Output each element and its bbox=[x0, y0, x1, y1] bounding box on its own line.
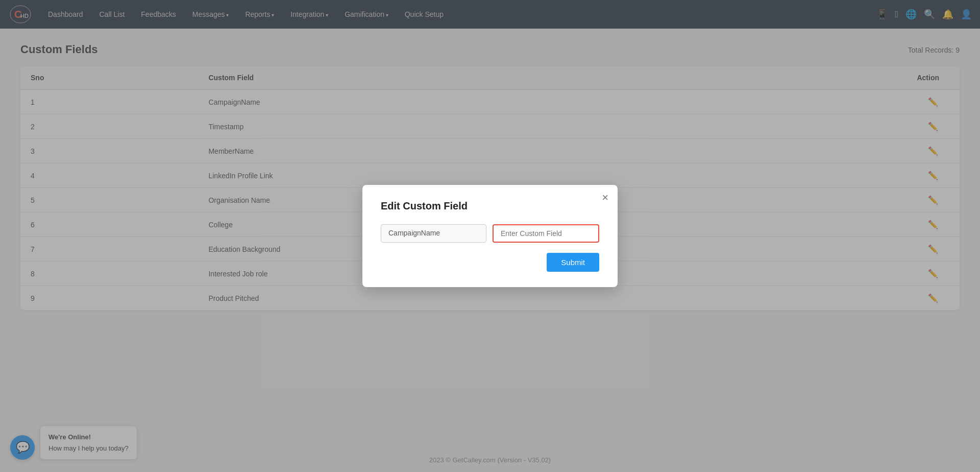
modal-static-field: CampaignName bbox=[381, 224, 486, 243]
modal-fields: CampaignName bbox=[381, 224, 599, 243]
modal-close-button[interactable]: × bbox=[602, 192, 608, 203]
submit-button[interactable]: Submit bbox=[547, 253, 599, 272]
modal-custom-field-input[interactable] bbox=[493, 224, 599, 243]
modal-footer: Submit bbox=[381, 253, 599, 272]
modal-title: Edit Custom Field bbox=[381, 200, 599, 212]
modal-overlay: Edit Custom Field × CampaignName Submit bbox=[0, 0, 980, 472]
edit-custom-field-modal: Edit Custom Field × CampaignName Submit bbox=[362, 185, 618, 287]
